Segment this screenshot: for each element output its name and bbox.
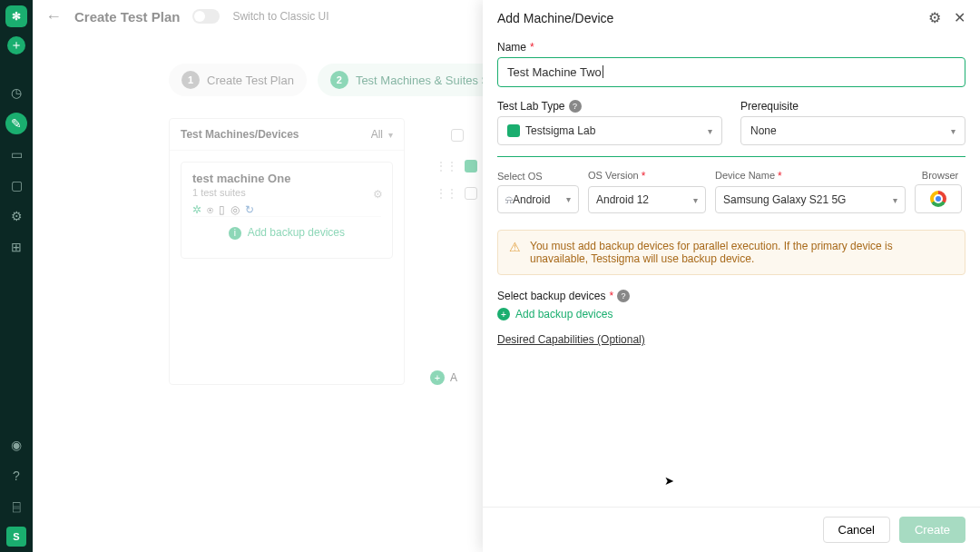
- prerequisite-select[interactable]: None ▾: [740, 116, 965, 145]
- required-asterisk: *: [778, 170, 782, 182]
- backup-devices-label: Select backup devices: [497, 290, 605, 302]
- help-icon[interactable]: ?: [569, 100, 582, 113]
- nav-gift-icon[interactable]: ⌸: [5, 496, 27, 518]
- add-machine-drawer: Add Machine/Device ⚙ ✕ Name * Test Machi…: [483, 0, 980, 552]
- chevron-down-icon: ▾: [566, 194, 571, 204]
- browser-label: Browser: [922, 170, 958, 181]
- nav-settings-icon[interactable]: ⚙: [5, 205, 27, 227]
- required-asterisk: *: [642, 170, 646, 182]
- sidebar: ✻ ＋ ◷ ✎ ▭ ▢ ⚙ ⊞ ◉ ? ⌸ S: [0, 0, 33, 552]
- backup-warning: ⚠ You must add backup devices for parall…: [497, 230, 965, 275]
- lab-type-label: Test Lab Type: [497, 100, 565, 113]
- add-backup-devices-link[interactable]: + Add backup devices: [497, 308, 965, 320]
- add-icon[interactable]: ＋: [7, 36, 25, 54]
- add-backup-label: Add backup devices: [515, 308, 612, 320]
- warning-text: You must add backup devices for parallel…: [530, 240, 954, 265]
- chrome-icon: [930, 191, 946, 207]
- prerequisite-label: Prerequisite: [740, 100, 799, 113]
- divider: [497, 156, 965, 157]
- os-label: Select OS: [497, 171, 543, 182]
- gear-icon[interactable]: ⚙: [928, 9, 941, 26]
- required-asterisk: *: [609, 290, 613, 302]
- os-value: Android: [513, 193, 550, 206]
- nav-edit-icon[interactable]: ✎: [5, 113, 27, 134]
- device-value: Samsung Galaxy S21 5G: [723, 193, 846, 206]
- testsigma-icon: [507, 124, 520, 137]
- plus-icon: +: [497, 308, 510, 320]
- close-icon[interactable]: ✕: [954, 9, 965, 26]
- lab-type-select[interactable]: Testsigma Lab ▾: [497, 116, 722, 145]
- device-select[interactable]: Samsung Galaxy S21 5G ▾: [715, 186, 906, 213]
- drawer-title: Add Machine/Device: [497, 11, 613, 25]
- app-logo[interactable]: ✻: [5, 5, 27, 27]
- chevron-down-icon: ▾: [893, 195, 897, 205]
- desired-capabilities-link[interactable]: Desired Capabilities (Optional): [497, 333, 965, 346]
- user-avatar[interactable]: S: [6, 527, 26, 547]
- chevron-down-icon: ▾: [693, 195, 698, 205]
- cancel-button[interactable]: Cancel: [823, 517, 890, 543]
- browser-select[interactable]: [915, 184, 962, 213]
- chevron-down-icon: ▾: [951, 126, 956, 136]
- os-version-label: OS Version: [588, 170, 639, 182]
- help-icon[interactable]: ?: [617, 290, 630, 302]
- warning-icon: ⚠: [509, 240, 521, 265]
- lab-value: Testsigma Lab: [525, 124, 595, 137]
- os-version-select[interactable]: Android 12 ▾: [588, 186, 706, 213]
- android-icon: ⍾: [505, 192, 513, 206]
- name-label: Name: [497, 41, 526, 54]
- chevron-down-icon: ▾: [708, 126, 712, 136]
- name-input[interactable]: Test Machine Two: [497, 57, 965, 87]
- device-name-label: Device Name: [715, 170, 775, 182]
- nav-help-icon[interactable]: ?: [5, 465, 27, 487]
- nav-record-icon[interactable]: ◉: [5, 434, 27, 456]
- required-asterisk: *: [530, 41, 534, 54]
- nav-briefcase-icon[interactable]: ▭: [5, 143, 27, 165]
- os-version-value: Android 12: [596, 193, 649, 206]
- nav-plugin-icon[interactable]: ⊞: [5, 236, 27, 258]
- nav-dashboard-icon[interactable]: ◷: [5, 82, 27, 104]
- create-button[interactable]: Create: [899, 517, 965, 543]
- nav-monitor-icon[interactable]: ▢: [5, 174, 27, 196]
- os-select[interactable]: ⍾Android ▾: [497, 185, 579, 213]
- name-value: Test Machine Two: [507, 65, 602, 79]
- prerequisite-value: None: [750, 124, 777, 137]
